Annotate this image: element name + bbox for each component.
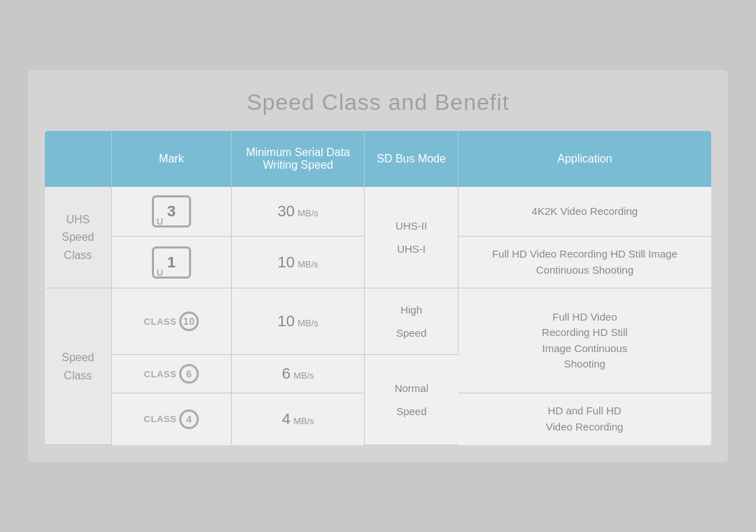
header-col1 — [45, 131, 111, 187]
uhs3-speed-unit: MB/s — [298, 208, 318, 218]
uhs1-u-letter: U — [157, 267, 163, 278]
class6-speed-unit: MB/s — [293, 370, 314, 381]
page-wrapper: Speed Class and Benefit Mark Minimum Ser… — [28, 70, 728, 462]
class4-speed: 4 MB/s — [232, 393, 365, 445]
header-col3: Minimum Serial Data Writing Speed — [232, 131, 365, 187]
uhs3-icon: 3 U — [152, 195, 191, 227]
class10-6-application: Full HD VideoRecording HD StillImage Con… — [458, 288, 711, 393]
header-col2: Mark — [111, 131, 231, 187]
table-row: UHSSpeedClass 3 U 30 MB/s UHS-IIUHS-I 4K… — [45, 187, 711, 237]
class6-circle: 6 — [179, 364, 199, 384]
class4-icon: CLASS4 — [144, 410, 200, 429]
class10-speed-value: 10 — [278, 312, 295, 330]
uhs3-speed-value: 30 — [278, 202, 295, 220]
normal-speed-bus: NormalSpeed — [365, 355, 458, 445]
high-speed-bus: HighSpeed — [365, 288, 458, 355]
header-col4: SD Bus Mode — [365, 131, 458, 187]
uhs1-speed-value: 10 — [278, 253, 295, 271]
uhs3-application: 4K2K Video Recording — [458, 187, 711, 237]
uhs-category: UHSSpeedClass — [45, 187, 111, 288]
header-row: Mark Minimum Serial Data Writing Speed S… — [45, 131, 711, 187]
speed-category: SpeedClass — [45, 288, 111, 445]
uhs3-mark-cell: 3 U — [111, 187, 231, 237]
uhs-bus-mode: UHS-IIUHS-I — [365, 187, 458, 288]
class10-mark-cell: CLASS10 — [111, 288, 231, 355]
uhs1-mark-cell: 1 U — [111, 237, 231, 288]
uhs1-application: Full HD Video Recording HD Still Image C… — [458, 237, 711, 288]
uhs1-speed: 10 MB/s — [232, 237, 365, 288]
class4-application: HD and Full HDVideo Recording — [458, 393, 711, 445]
uhs1-speed-unit: MB/s — [298, 259, 318, 270]
uhs3-speed: 30 MB/s — [232, 187, 365, 237]
class6-speed: 6 MB/s — [232, 355, 365, 393]
class10-circle: 10 — [179, 312, 199, 331]
page-title: Speed Class and Benefit — [28, 90, 728, 115]
class4-mark-cell: CLASS4 — [111, 393, 231, 445]
class6-speed-value: 6 — [282, 365, 290, 382]
table-wrapper: Mark Minimum Serial Data Writing Speed S… — [45, 131, 711, 445]
title-area: Speed Class and Benefit — [28, 70, 728, 131]
uhs1-icon: 1 U — [152, 246, 191, 279]
class6-icon: CLASS6 — [144, 364, 200, 384]
table-row: SpeedClass CLASS10 10 MB/s HighSpeed Ful… — [45, 288, 711, 355]
class10-icon: CLASS10 — [144, 312, 200, 331]
class10-speed-unit: MB/s — [298, 318, 318, 328]
uhs3-u-letter: U — [157, 216, 163, 227]
class10-speed: 10 MB/s — [232, 288, 365, 355]
class4-circle: 4 — [179, 410, 199, 429]
class6-mark-cell: CLASS6 — [111, 355, 231, 393]
speed-class-table: Mark Minimum Serial Data Writing Speed S… — [45, 131, 711, 445]
class4-speed-value: 4 — [282, 410, 290, 428]
class4-speed-unit: MB/s — [293, 416, 314, 426]
header-col5: Application — [458, 131, 711, 187]
